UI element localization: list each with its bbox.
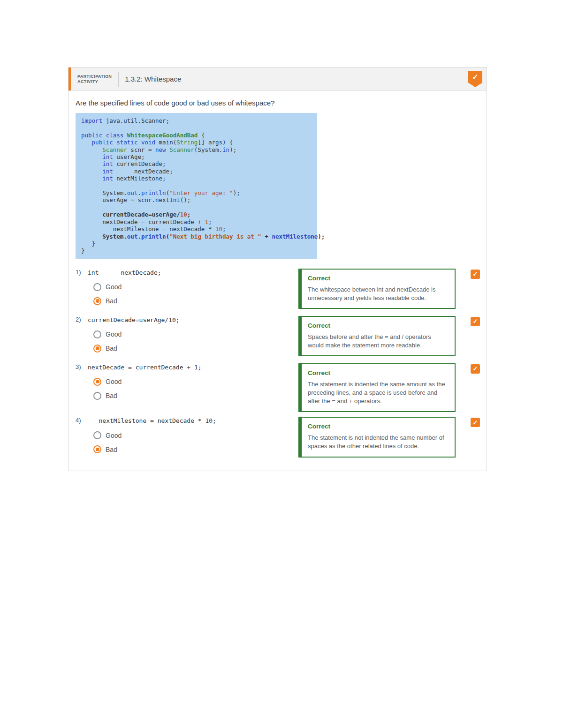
participation-activity-card: PARTICIPATION ACTIVITY 1.3.2: Whitespace…: [68, 67, 487, 471]
feedback-title: Correct: [308, 369, 449, 376]
option-bad[interactable]: Bad: [93, 392, 298, 400]
feedback-box: Correct The whitespace between int and n…: [298, 269, 456, 309]
question-row-2: 2) currentDecade=userAge/10; Good Bad Co…: [76, 316, 480, 359]
correct-check-icon: ✓: [471, 270, 480, 279]
radio-good-icon[interactable]: [93, 283, 101, 291]
option-good[interactable]: Good: [93, 330, 298, 338]
option-label: Bad: [106, 446, 117, 453]
question-code-snippet: int nextDecade;: [88, 269, 161, 276]
radio-bad-icon[interactable]: [93, 297, 101, 305]
feedback-title: Correct: [308, 322, 449, 329]
question-code-snippet: currentDecade=userAge/10;: [88, 316, 180, 323]
feedback-text: The statement is indented the same amoun…: [308, 380, 449, 406]
option-label: Bad: [106, 345, 117, 352]
radio-good-icon[interactable]: [93, 431, 101, 439]
radio-good-icon[interactable]: [93, 378, 101, 386]
question-number: 4): [76, 417, 88, 424]
question-row-4: 4) nextMilestone = nextDecade * 10; Good…: [76, 417, 480, 459]
activity-complete-check-icon: ✓: [468, 71, 482, 87]
activity-content: Are the specified lines of code good or …: [68, 91, 487, 471]
question-row-1: 1) int nextDecade; Good Bad Correct: [76, 269, 480, 311]
option-label: Bad: [106, 297, 117, 305]
header-divider: [118, 72, 119, 87]
option-good[interactable]: Good: [93, 378, 298, 386]
question-code-snippet: nextMilestone = nextDecade * 10;: [88, 417, 216, 424]
radio-bad-icon[interactable]: [93, 445, 101, 453]
question-number: 1): [76, 269, 88, 276]
activity-type-line2: ACTIVITY: [77, 79, 112, 84]
correct-check-icon: ✓: [471, 317, 480, 326]
option-bad[interactable]: Bad: [93, 345, 298, 353]
question-number: 2): [76, 316, 88, 323]
feedback-box: Correct The statement is indented the sa…: [298, 363, 456, 413]
feedback-box: Correct The statement is not indented th…: [298, 417, 456, 457]
option-label: Good: [106, 330, 122, 338]
feedback-title: Correct: [308, 423, 449, 430]
feedback-text: The whitespace between int and nextDecad…: [308, 285, 449, 302]
question-1: 1) int nextDecade; Good Bad: [76, 269, 298, 311]
option-good[interactable]: Good: [93, 431, 298, 439]
correct-check-icon: ✓: [471, 418, 480, 427]
activity-type-line1: PARTICIPATION: [77, 74, 112, 79]
feedback-text: Spaces before and after the = and / oper…: [308, 333, 449, 350]
question-code-snippet: nextDecade = currentDecade + 1;: [88, 363, 202, 371]
question-3: 3) nextDecade = currentDecade + 1; Good …: [76, 363, 298, 406]
activity-header: PARTICIPATION ACTIVITY 1.3.2: Whitespace…: [68, 68, 487, 91]
activity-title: 1.3.2: Whitespace: [125, 75, 181, 83]
feedback-title: Correct: [308, 275, 449, 282]
radio-good-icon[interactable]: [93, 330, 101, 338]
correct-check-icon: ✓: [471, 364, 480, 374]
question-row-3: 3) nextDecade = currentDecade + 1; Good …: [76, 363, 480, 413]
feedback-text: The statement is not indented the same n…: [308, 434, 449, 450]
question-2: 2) currentDecade=userAge/10; Good Bad: [76, 316, 298, 359]
option-label: Good: [106, 378, 122, 385]
question-4: 4) nextMilestone = nextDecade * 10; Good…: [76, 417, 298, 459]
radio-bad-icon[interactable]: [93, 345, 101, 353]
option-good[interactable]: Good: [93, 283, 298, 291]
feedback-box: Correct Spaces before and after the = an…: [298, 316, 456, 356]
option-label: Bad: [106, 392, 117, 399]
question-number: 3): [76, 363, 88, 371]
accent-stripe: [68, 68, 71, 90]
code-block: import java.util.Scanner; public class W…: [76, 113, 317, 259]
activity-type-label: PARTICIPATION ACTIVITY: [77, 74, 112, 84]
question-prompt: Are the specified lines of code good or …: [76, 99, 480, 107]
radio-bad-icon[interactable]: [93, 392, 101, 400]
option-label: Good: [106, 432, 122, 439]
option-label: Good: [106, 283, 122, 291]
option-bad[interactable]: Bad: [93, 445, 298, 453]
option-bad[interactable]: Bad: [93, 297, 298, 305]
